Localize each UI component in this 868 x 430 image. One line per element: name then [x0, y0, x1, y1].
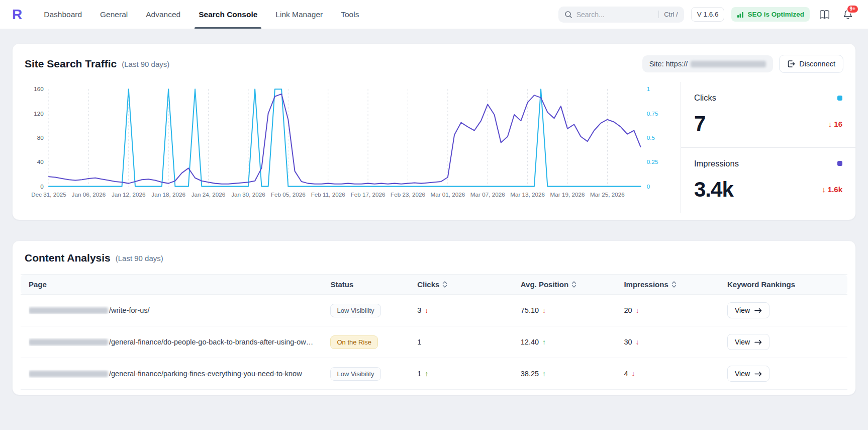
svg-text:Mar 07, 2026: Mar 07, 2026 — [470, 191, 505, 198]
trend-arrow-icon: ↓ — [636, 338, 639, 346]
nav-item-tools[interactable]: Tools — [334, 0, 366, 29]
sort-arrows-icon — [571, 281, 576, 288]
svg-text:0: 0 — [40, 183, 44, 190]
avg-position-value: 75.10↓ — [521, 306, 546, 314]
clicks-value: 3↓ — [417, 306, 428, 314]
page-url-cell: /general-finance/parking-fines-everythin… — [29, 370, 314, 378]
book-icon — [819, 10, 830, 20]
impressions-value: 20↓ — [624, 306, 639, 314]
navbar-right-cluster: Ctrl / V 1.6.6 SEO is Optimized 9+ — [558, 0, 856, 29]
impressions-value: 4↓ — [624, 370, 635, 378]
page-url-cell: /general-finance/do-people-go-back-to-br… — [29, 338, 314, 346]
blurred-domain — [29, 371, 108, 377]
disconnect-button[interactable]: Disconnect — [779, 55, 843, 73]
arrow-right-icon — [754, 308, 762, 313]
impressions-value: 30↓ — [624, 338, 639, 346]
view-keyword-rankings-button[interactable]: View — [727, 334, 769, 350]
blurred-site-url — [691, 61, 766, 67]
svg-text:0.25: 0.25 — [647, 158, 658, 165]
sort-arrows-icon — [442, 281, 447, 288]
down-arrow-icon: ↓ — [828, 120, 832, 128]
avg-position-value: 38.25↑ — [521, 370, 546, 378]
clicks-value: 1 — [417, 338, 421, 346]
app-logo[interactable]: R — [12, 0, 22, 29]
page-url-cell: /write-for-us/ — [29, 306, 314, 314]
svg-text:Mar 25, 2026: Mar 25, 2026 — [590, 191, 625, 198]
sort-arrows-icon — [671, 281, 677, 288]
clicks-stat-value: 7 — [694, 112, 705, 136]
bar-chart-icon — [737, 11, 744, 18]
nav-item-search-console[interactable]: Search Console — [191, 0, 264, 29]
version-badge: V 1.6.6 — [691, 7, 725, 22]
svg-text:0.75: 0.75 — [647, 110, 658, 117]
sort-clicks[interactable]: Clicks — [417, 280, 447, 289]
svg-text:Jan 30, 2026: Jan 30, 2026 — [231, 191, 265, 198]
nav-item-link-manager[interactable]: Link Manager — [268, 0, 330, 29]
clicks-value: 1↑ — [417, 370, 428, 378]
content-card-title: Content Analysis — [25, 252, 111, 264]
svg-text:0: 0 — [647, 183, 650, 190]
table-row: /write-for-us/ Low Visibility 3↓ 75.10↓ … — [21, 295, 847, 326]
impressions-stat-delta: ↓ 1.6k — [822, 185, 842, 194]
traffic-card-title: Site Search Traffic — [25, 58, 117, 70]
svg-text:80: 80 — [37, 134, 44, 141]
traffic-card-header: Site Search Traffic (Last 90 days) Site:… — [13, 44, 855, 80]
top-navbar: R Dashboard General Advanced Search Cons… — [0, 0, 868, 29]
notification-count-badge: 9+ — [846, 5, 859, 14]
content-analysis-card: Content Analysis (Last 90 days) Page Sta… — [12, 240, 856, 395]
svg-text:Feb 11, 2026: Feb 11, 2026 — [311, 191, 345, 198]
docs-button[interactable] — [817, 7, 833, 23]
trend-arrow-icon: ↑ — [542, 370, 546, 378]
table-header-row: Page Status Clicks Avg. Position Impress… — [21, 275, 847, 295]
trend-arrow-icon: ↑ — [425, 370, 428, 378]
content-card-subtitle: (Last 90 days) — [116, 254, 163, 263]
svg-text:Jan 12, 2026: Jan 12, 2026 — [112, 191, 146, 198]
logo-r-icon: R — [12, 7, 22, 23]
svg-text:160: 160 — [34, 85, 44, 92]
sort-avg-position[interactable]: Avg. Position — [521, 280, 576, 289]
nav-item-dashboard[interactable]: Dashboard — [37, 0, 89, 29]
blurred-domain — [29, 339, 108, 346]
search-shortcut-hint: Ctrl / — [658, 11, 678, 18]
clicks-stat-delta: ↓ 16 — [828, 120, 842, 128]
nav-item-general[interactable]: General — [93, 0, 135, 29]
status-badge: Low Visibility — [330, 304, 380, 317]
trend-arrow-icon: ↓ — [631, 370, 635, 378]
traffic-chart-svg: Dec 31, 2025Jan 06, 2026Jan 12, 2026Jan … — [21, 82, 681, 211]
avg-position-value: 12.40↑ — [521, 338, 546, 346]
svg-text:Jan 24, 2026: Jan 24, 2026 — [191, 191, 226, 198]
impressions-stat-label: Impressions — [694, 159, 739, 168]
column-header-keyword-rankings: Keyword Rankings — [719, 275, 847, 295]
trend-arrow-icon: ↑ — [542, 338, 546, 346]
svg-text:Feb 05, 2026: Feb 05, 2026 — [271, 191, 306, 198]
table-row: /general-finance/parking-fines-everythin… — [21, 358, 847, 390]
traffic-line-chart: Dec 31, 2025Jan 06, 2026Jan 12, 2026Jan … — [21, 82, 681, 213]
sort-impressions[interactable]: Impressions — [624, 280, 676, 289]
search-input[interactable] — [576, 11, 655, 19]
svg-text:1: 1 — [647, 85, 650, 92]
clicks-legend-swatch-icon — [837, 96, 842, 101]
global-search[interactable]: Ctrl / — [558, 7, 684, 23]
arrow-right-icon — [754, 371, 762, 377]
column-header-clicks: Clicks — [409, 275, 513, 295]
trend-arrow-icon: ↓ — [425, 306, 428, 314]
svg-text:0.5: 0.5 — [647, 134, 655, 141]
table-row: /general-finance/do-people-go-back-to-br… — [21, 326, 847, 358]
blurred-domain — [29, 307, 108, 314]
svg-text:Feb 17, 2026: Feb 17, 2026 — [351, 191, 385, 198]
nav-item-advanced[interactable]: Advanced — [139, 0, 187, 29]
column-header-status: Status — [322, 275, 409, 295]
view-keyword-rankings-button[interactable]: View — [727, 366, 769, 382]
traffic-card-body: Dec 31, 2025Jan 06, 2026Jan 12, 2026Jan … — [13, 80, 855, 220]
impressions-legend-swatch-icon — [837, 161, 842, 166]
notifications-button[interactable]: 9+ — [840, 7, 856, 23]
svg-text:Mar 01, 2026: Mar 01, 2026 — [430, 191, 465, 198]
main-nav: Dashboard General Advanced Search Consol… — [37, 0, 366, 29]
site-search-traffic-card: Site Search Traffic (Last 90 days) Site:… — [12, 43, 856, 220]
svg-text:Dec 31, 2025: Dec 31, 2025 — [31, 191, 66, 198]
traffic-card-subtitle: (Last 90 days) — [122, 60, 169, 68]
status-badge: Low Visibility — [330, 367, 380, 381]
connected-site-pill: Site: https:// — [642, 55, 774, 72]
svg-text:120: 120 — [34, 110, 44, 117]
view-keyword-rankings-button[interactable]: View — [727, 302, 769, 318]
